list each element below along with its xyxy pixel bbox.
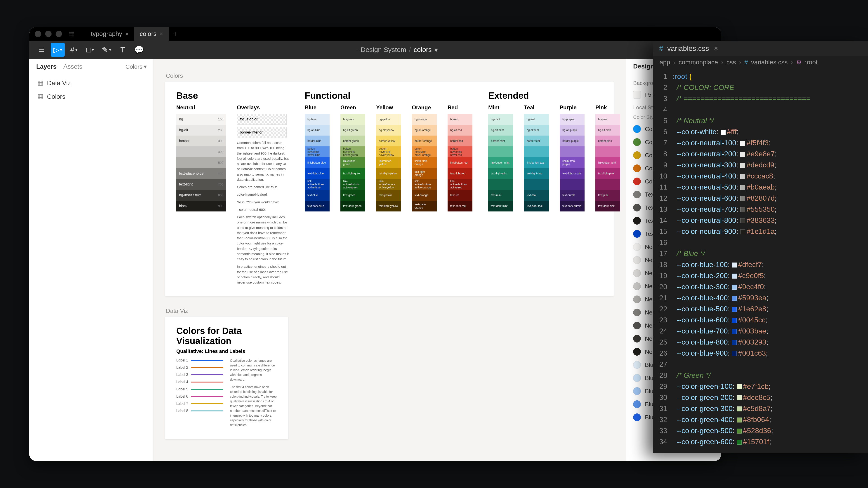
- color-column: Tealbg-tealbg-alt-tealborder-teallink/bu…: [524, 104, 549, 212]
- color-column: Pinkbg-pinkbg-alt-pinkborder-pinklink/bu…: [595, 104, 620, 212]
- swatch: text-yellow: [376, 190, 401, 201]
- swatch: border-purple: [560, 135, 585, 147]
- close-icon[interactable]: ×: [125, 31, 129, 37]
- swatch: button-hover/link-hover-green: [340, 147, 365, 157]
- comment-tool[interactable]: 💬: [132, 43, 146, 57]
- swatch: border-yellow: [376, 135, 401, 147]
- editor-filename[interactable]: variables.css: [667, 44, 709, 53]
- window-controls[interactable]: [35, 31, 62, 37]
- swatch: border-green: [340, 135, 365, 147]
- main-menu-button[interactable]: [34, 43, 49, 57]
- swatch: bg-yellow: [376, 114, 401, 125]
- swatch: link/button-yellow: [376, 157, 401, 168]
- color-column: Yellowbg-yellowbg-alt-yellowborder-yello…: [376, 104, 401, 212]
- swatch: button-hover/link-hover-orange: [412, 147, 437, 157]
- swatch: text-light-orange: [412, 168, 437, 179]
- move-tool[interactable]: ▷▾: [51, 43, 65, 57]
- swatch: bg-orange: [412, 114, 437, 125]
- swatch: button-hover/link-hover-red: [447, 147, 472, 157]
- tab-colors[interactable]: colors ×: [134, 27, 168, 41]
- swatch: [524, 179, 549, 190]
- swatch: link/button-purple: [560, 157, 585, 168]
- swatch: text-light-purple: [560, 168, 585, 179]
- swatch: bg-blue: [305, 114, 330, 125]
- column-label: Red: [447, 104, 472, 111]
- tab-typography[interactable]: typography ×: [86, 27, 134, 41]
- swatch: bg-teal: [524, 114, 549, 125]
- design-tab[interactable]: Design: [633, 63, 654, 70]
- swatch: [488, 179, 513, 190]
- swatch: bg-alt-mint: [488, 125, 513, 135]
- neutral-swatches: bg100bg-alt200border300400500text-placeh…: [176, 114, 226, 212]
- canvas[interactable]: Colors Base Neutral bg100bg-alt200border…: [154, 59, 626, 461]
- swatch: bg-alt-blue: [305, 125, 330, 135]
- swatch: bg-alt-yellow: [376, 125, 401, 135]
- swatch: text-light-pink: [595, 168, 620, 179]
- code-editor-window: # variables.css × app›commonplace›css›# …: [653, 41, 868, 453]
- column-label: Teal: [524, 104, 549, 111]
- swatch: text-light-green: [340, 168, 365, 179]
- layer-item[interactable]: Data Viz: [34, 76, 149, 90]
- swatch: text-dark-orange: [412, 201, 437, 212]
- swatch: text-orange: [412, 190, 437, 201]
- dataviz-line: Label 2: [176, 365, 223, 369]
- file-tabs: typography × colors × +: [86, 27, 182, 41]
- page-dropdown[interactable]: Colors ▾: [125, 63, 147, 70]
- dataviz-line: Label 4: [176, 380, 223, 384]
- neutral-label: Neutral: [176, 104, 226, 111]
- color-column: Redbg-redbg-alt-redborder-redbutton-hove…: [447, 104, 472, 212]
- swatch: bg-alt-orange: [412, 125, 437, 135]
- pen-tool[interactable]: ✎▾: [99, 43, 114, 57]
- swatch: [488, 147, 513, 157]
- swatch: bg-alt-pink: [595, 125, 620, 135]
- layer-item[interactable]: Colors: [34, 90, 149, 103]
- close-icon[interactable]: ×: [160, 31, 163, 37]
- home-icon[interactable]: ▦: [68, 30, 74, 38]
- swatch: bg100: [176, 114, 226, 125]
- swatch: border300: [176, 135, 226, 147]
- swatch: text-mint: [488, 190, 513, 201]
- extended-title: Extended: [488, 91, 620, 101]
- swatch: text-placeholder600: [176, 168, 226, 179]
- dataviz-line: Label 7: [176, 402, 223, 406]
- functional-title: Functional: [305, 91, 472, 101]
- color-column: Mintbg-mintbg-alt-mintborder-mintlink/bu…: [488, 104, 513, 212]
- swatch: black900: [176, 201, 226, 212]
- neutral-column: Neutral bg100bg-alt200border300400500tex…: [176, 104, 226, 287]
- dataviz-frame[interactable]: Colors for Data Visualization Qualitativ…: [165, 317, 288, 439]
- swatch: link/button-blue: [305, 157, 330, 168]
- shape-tool[interactable]: □▾: [83, 43, 97, 57]
- layers-tab[interactable]: Layers: [36, 63, 57, 70]
- assets-tab[interactable]: Assets: [63, 63, 82, 70]
- swatch: bg-alt-green: [340, 125, 365, 135]
- swatch: 400: [176, 147, 226, 157]
- swatch: text-pink: [595, 190, 620, 201]
- tab-add-button[interactable]: +: [168, 30, 182, 38]
- swatch: text-light-teal: [524, 168, 549, 179]
- editor-breadcrumb[interactable]: app›commonplace›css›# variables.css›⚙ :r…: [653, 56, 868, 69]
- swatch: text-teal: [524, 190, 549, 201]
- swatch: border-blue: [305, 135, 330, 147]
- frame-tool[interactable]: #▾: [67, 43, 81, 57]
- swatch: link/button-mint: [488, 157, 513, 168]
- layers-list: Data VizColors: [29, 74, 153, 105]
- breadcrumb[interactable]: - Design System / colors ▾: [356, 46, 438, 54]
- close-icon[interactable]: ×: [714, 44, 718, 52]
- swatch: border-red: [447, 135, 472, 147]
- overlay-chip: border-interior: [237, 127, 287, 138]
- chevron-down-icon: ▾: [434, 46, 438, 54]
- editor-body[interactable]: 1:root {2 /* COLOR: CORE3 /* ===========…: [653, 69, 868, 453]
- tab-label: colors: [140, 30, 157, 37]
- functional-columns: Bluebg-bluebg-alt-blueborder-bluebutton-…: [305, 104, 472, 212]
- dataviz-line: Label 6: [176, 394, 223, 398]
- editor-tabs: # variables.css ×: [653, 41, 868, 56]
- swatch: text-dark-purple: [560, 201, 585, 212]
- colors-frame[interactable]: Base Neutral bg100bg-alt200border3004005…: [165, 82, 614, 296]
- swatch: [560, 147, 585, 157]
- swatch: bg-inset / text800: [176, 190, 226, 201]
- swatch: [560, 179, 585, 190]
- swatch: text-dark-pink: [595, 201, 620, 212]
- dataviz-subtitle: Qualitative: Lines and Labels: [176, 348, 277, 354]
- text-tool[interactable]: T: [116, 43, 130, 57]
- extended-section: Extended Mintbg-mintbg-alt-mintborder-mi…: [488, 91, 620, 287]
